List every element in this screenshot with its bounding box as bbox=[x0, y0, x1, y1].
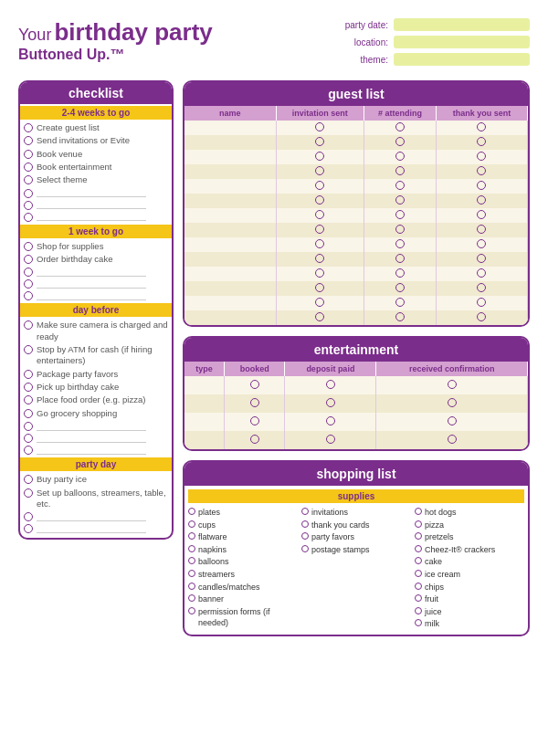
guest-name-cell[interactable] bbox=[184, 296, 276, 310]
guest-name-cell[interactable] bbox=[184, 267, 276, 281]
checkbox-circle[interactable] bbox=[415, 557, 422, 564]
invitation-sent-cell[interactable] bbox=[276, 208, 364, 223]
checkbox-circle[interactable] bbox=[24, 213, 33, 222]
checkbox-circle[interactable] bbox=[188, 545, 195, 552]
ent-deposit-cell[interactable] bbox=[285, 394, 376, 413]
checkbox-circle[interactable] bbox=[415, 607, 422, 614]
ent-confirmation-cell[interactable] bbox=[376, 413, 528, 431]
checkbox-circle[interactable] bbox=[24, 255, 33, 264]
thank-you-sent-cell[interactable] bbox=[436, 208, 527, 223]
attending-cell[interactable] bbox=[364, 296, 437, 310]
checkbox-circle[interactable] bbox=[24, 201, 33, 210]
theme-input[interactable] bbox=[394, 53, 530, 66]
thank-you-sent-cell[interactable] bbox=[436, 267, 527, 281]
location-input[interactable] bbox=[394, 36, 530, 48]
guest-name-cell[interactable] bbox=[184, 252, 276, 267]
attending-cell[interactable] bbox=[364, 135, 437, 150]
checkbox-circle[interactable] bbox=[415, 508, 422, 515]
checkbox-circle[interactable] bbox=[24, 434, 33, 443]
checkbox-circle[interactable] bbox=[24, 175, 33, 184]
guest-name-cell[interactable] bbox=[184, 164, 276, 179]
checkbox-circle[interactable] bbox=[24, 268, 33, 277]
attending-cell[interactable] bbox=[364, 179, 437, 194]
checkbox-circle[interactable] bbox=[415, 545, 422, 552]
thank-you-sent-cell[interactable] bbox=[436, 150, 527, 164]
checkbox-circle[interactable] bbox=[415, 520, 422, 528]
guest-name-cell[interactable] bbox=[184, 121, 276, 135]
attending-cell[interactable] bbox=[364, 223, 437, 237]
attending-cell[interactable] bbox=[364, 208, 437, 223]
checkbox-circle[interactable] bbox=[188, 607, 195, 614]
checkbox-circle[interactable] bbox=[24, 370, 33, 379]
guest-name-cell[interactable] bbox=[184, 179, 276, 194]
checkbox-circle[interactable] bbox=[24, 136, 33, 145]
invitation-sent-cell[interactable] bbox=[276, 150, 364, 164]
guest-name-cell[interactable] bbox=[184, 281, 276, 296]
invitation-sent-cell[interactable] bbox=[276, 281, 364, 296]
party-date-input[interactable] bbox=[394, 18, 530, 31]
checkbox-circle[interactable] bbox=[188, 594, 195, 602]
checkbox-circle[interactable] bbox=[188, 508, 195, 515]
attending-cell[interactable] bbox=[364, 121, 437, 135]
attending-cell[interactable] bbox=[364, 281, 437, 296]
checkbox-circle[interactable] bbox=[188, 583, 195, 590]
checkbox-circle[interactable] bbox=[24, 512, 33, 521]
checkbox-circle[interactable] bbox=[24, 422, 33, 431]
checkbox-circle[interactable] bbox=[188, 532, 195, 540]
checkbox-circle[interactable] bbox=[301, 520, 309, 528]
thank-you-sent-cell[interactable] bbox=[436, 135, 527, 150]
ent-deposit-cell[interactable] bbox=[285, 431, 376, 449]
checkbox-circle[interactable] bbox=[24, 189, 33, 198]
invitation-sent-cell[interactable] bbox=[276, 164, 364, 179]
guest-name-cell[interactable] bbox=[184, 135, 276, 150]
checkbox-circle[interactable] bbox=[301, 508, 309, 515]
guest-name-cell[interactable] bbox=[184, 208, 276, 223]
checkbox-circle[interactable] bbox=[24, 524, 33, 533]
attending-cell[interactable] bbox=[364, 237, 437, 252]
checkbox-circle[interactable] bbox=[188, 557, 195, 564]
ent-type-cell[interactable] bbox=[184, 394, 225, 413]
attending-cell[interactable] bbox=[364, 252, 437, 267]
checkbox-circle[interactable] bbox=[24, 242, 33, 251]
checkbox-circle[interactable] bbox=[24, 383, 33, 392]
thank-you-sent-cell[interactable] bbox=[436, 252, 527, 267]
guest-name-cell[interactable] bbox=[184, 194, 276, 208]
checkbox-circle[interactable] bbox=[24, 475, 33, 484]
checkbox-circle[interactable] bbox=[301, 532, 309, 540]
thank-you-sent-cell[interactable] bbox=[436, 121, 527, 135]
invitation-sent-cell[interactable] bbox=[276, 296, 364, 310]
thank-you-sent-cell[interactable] bbox=[436, 164, 527, 179]
ent-confirmation-cell[interactable] bbox=[376, 376, 528, 394]
thank-you-sent-cell[interactable] bbox=[436, 223, 527, 237]
invitation-sent-cell[interactable] bbox=[276, 223, 364, 237]
checkbox-circle[interactable] bbox=[415, 594, 422, 602]
thank-you-sent-cell[interactable] bbox=[436, 296, 527, 310]
ent-deposit-cell[interactable] bbox=[285, 376, 376, 394]
thank-you-sent-cell[interactable] bbox=[436, 310, 527, 325]
checkbox-circle[interactable] bbox=[415, 583, 422, 590]
ent-booked-cell[interactable] bbox=[225, 431, 285, 449]
invitation-sent-cell[interactable] bbox=[276, 310, 364, 325]
invitation-sent-cell[interactable] bbox=[276, 267, 364, 281]
guest-name-cell[interactable] bbox=[184, 150, 276, 164]
checkbox-circle[interactable] bbox=[24, 446, 33, 455]
checkbox-circle[interactable] bbox=[24, 123, 33, 132]
invitation-sent-cell[interactable] bbox=[276, 252, 364, 267]
ent-confirmation-cell[interactable] bbox=[376, 394, 528, 413]
guest-name-cell[interactable] bbox=[184, 223, 276, 237]
ent-type-cell[interactable] bbox=[184, 431, 225, 449]
thank-you-sent-cell[interactable] bbox=[436, 237, 527, 252]
checkbox-circle[interactable] bbox=[24, 395, 33, 404]
checkbox-circle[interactable] bbox=[24, 409, 33, 418]
checkbox-circle[interactable] bbox=[301, 545, 309, 552]
checkbox-circle[interactable] bbox=[24, 291, 33, 300]
attending-cell[interactable] bbox=[364, 194, 437, 208]
checkbox-circle[interactable] bbox=[24, 488, 33, 498]
ent-booked-cell[interactable] bbox=[225, 376, 285, 394]
attending-cell[interactable] bbox=[364, 267, 437, 281]
checkbox-circle[interactable] bbox=[24, 279, 33, 289]
checkbox-circle[interactable] bbox=[24, 150, 33, 159]
thank-you-sent-cell[interactable] bbox=[436, 281, 527, 296]
guest-name-cell[interactable] bbox=[184, 310, 276, 325]
attending-cell[interactable] bbox=[364, 310, 437, 325]
